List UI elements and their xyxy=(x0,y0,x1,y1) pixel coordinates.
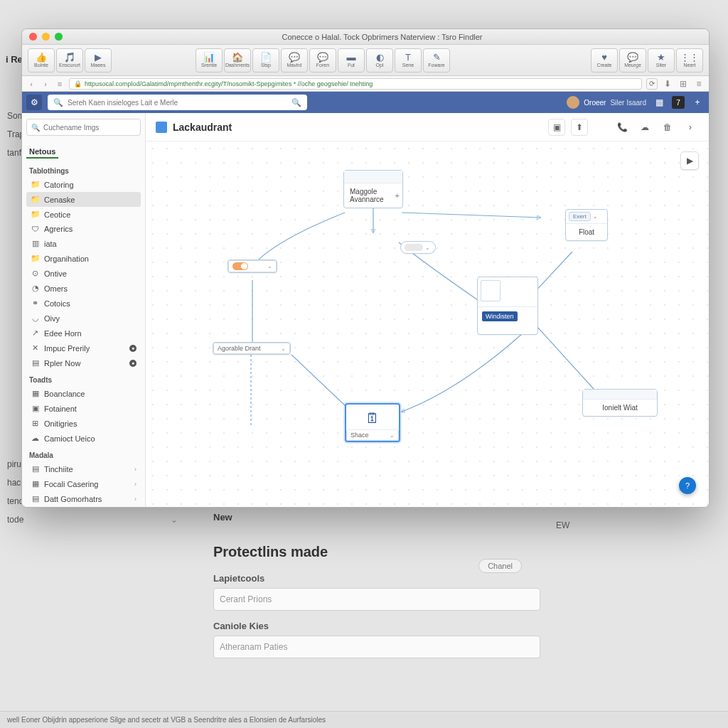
sidebar-item[interactable]: ▤Rpler Now● xyxy=(26,355,141,370)
chevron-down-icon[interactable]: ⌄ xyxy=(281,346,286,352)
chevron-right-icon[interactable]: › xyxy=(134,481,136,488)
search-submit-icon[interactable]: 🔍 xyxy=(291,98,301,107)
node-toggle[interactable]: ⌄ xyxy=(228,259,277,273)
toolbar-button[interactable]: 🏠Dashrrents xyxy=(224,48,251,73)
chevron-right-icon[interactable]: › xyxy=(134,466,136,473)
notification-badge[interactable]: 7 xyxy=(672,96,685,109)
sidebar-item[interactable]: ✕Impuc Prerily● xyxy=(26,341,141,355)
panel-button[interactable]: ▣ xyxy=(548,119,565,136)
sidebar-item[interactable]: 📁Organihation xyxy=(26,251,141,266)
sidebar-item[interactable]: 📁Ceotice xyxy=(26,207,141,222)
node-ionielt[interactable]: Ionielt Wiat xyxy=(582,389,658,417)
sidebar-search-input[interactable] xyxy=(43,124,136,132)
toolbar-button[interactable]: ▶Maees xyxy=(85,48,112,73)
toolbar-button[interactable]: 💬Meurge xyxy=(619,48,646,73)
sidebar-item[interactable]: ▦Boanclance xyxy=(26,386,141,401)
toolbar-button[interactable]: 💬Mavird xyxy=(281,48,308,73)
plus-icon[interactable]: + xyxy=(395,191,400,200)
menu-icon[interactable]: ≡ xyxy=(55,80,65,88)
sidebar-item[interactable]: ⚭Cotoics xyxy=(26,296,141,311)
trash-icon[interactable]: 🗑 xyxy=(659,119,676,136)
zoom-icon[interactable] xyxy=(55,33,63,41)
bg-row1-input[interactable]: Cerant Prions xyxy=(213,588,540,611)
toolbar-label: Mavird xyxy=(287,63,301,68)
node-agorable[interactable]: Agorable Drant⌄ xyxy=(213,342,291,355)
toolbar-button[interactable]: 👍Bolnte xyxy=(28,48,55,73)
titlebar[interactable]: Conecce o Halal. Tock Opbrimers Natervie… xyxy=(22,29,709,45)
sidebar-item[interactable]: ▥iata xyxy=(26,236,141,251)
toolbar-label: Enscurort xyxy=(59,63,80,68)
toolbar-label: Maees xyxy=(90,63,105,68)
toolbar-icon: ▬ xyxy=(347,53,356,63)
toolbar-button[interactable]: TSene xyxy=(395,48,422,73)
toolbar-button[interactable]: ★Siter xyxy=(648,48,675,73)
toolbar-button[interactable]: 📄Stsp xyxy=(252,48,279,73)
node-maggole[interactable]: Maggole Avannarce + xyxy=(343,170,403,208)
node-float[interactable]: Exert ⌄ Float xyxy=(565,209,608,241)
sidebar-item-icon: ▦ xyxy=(31,479,40,488)
sidebar-item[interactable]: ↗Edee Horn xyxy=(26,326,141,341)
grid-icon[interactable]: ▦ xyxy=(652,95,666,109)
play-button[interactable]: ▶ xyxy=(680,151,699,170)
sidebar-item[interactable]: ▦Focali Casering› xyxy=(26,476,141,491)
more-icon[interactable]: › xyxy=(682,119,699,136)
sidebar-item[interactable]: ▣Fotainent xyxy=(26,401,141,416)
cloud-icon[interactable]: ☁ xyxy=(636,119,653,136)
upload-button[interactable]: ⬆ xyxy=(571,119,588,136)
download-icon[interactable]: ⬇ xyxy=(662,79,673,89)
toggle-switch[interactable] xyxy=(232,262,248,270)
chevron-down-icon[interactable]: ⌄ xyxy=(593,213,598,220)
reload-button[interactable]: ⟳ xyxy=(646,78,658,90)
toolbar-button[interactable]: 📊Srentie xyxy=(196,48,223,73)
sidebar-item[interactable]: ☁Camioct Ueico xyxy=(26,431,141,446)
sidebar-item[interactable]: 📁Cenaske xyxy=(26,192,141,207)
sidebar-item[interactable]: ⊞Onitigries xyxy=(26,416,141,431)
hamburger-icon[interactable]: ≡ xyxy=(693,79,705,89)
chevron-right-icon[interactable]: › xyxy=(134,496,136,503)
help-fab[interactable]: ? xyxy=(679,477,696,494)
add-icon[interactable]: + xyxy=(690,95,705,109)
sidebar-tab-active[interactable]: Netous xyxy=(26,143,58,159)
sidebar-item[interactable]: ▣Comoritane› xyxy=(26,506,141,507)
global-search[interactable]: 🔍 🔍 xyxy=(48,95,307,110)
node-windisten[interactable]: Windisten xyxy=(477,277,538,335)
node-label: Agorable Drant xyxy=(218,345,261,352)
bg-change-button[interactable]: Chanel xyxy=(478,559,522,573)
sidebar-search[interactable]: 🔍 xyxy=(26,119,141,136)
close-icon[interactable] xyxy=(29,33,37,41)
toolbar-icon: ♥ xyxy=(601,53,607,63)
sidebar-item[interactable]: 🛡Agrerics xyxy=(26,222,141,236)
toolbar-label: Stsp xyxy=(261,63,271,68)
sidebar-item[interactable]: ▤Datt Gomorhatrs› xyxy=(26,491,141,506)
sidebar-item[interactable]: ◔Omers xyxy=(26,281,141,296)
extensions-icon[interactable]: ⊞ xyxy=(678,79,689,89)
sidebar-item[interactable]: ▤Tinchiite› xyxy=(26,461,141,476)
phone-icon[interactable]: 📞 xyxy=(614,119,631,136)
bg-row2-input[interactable]: Atheranam Paties xyxy=(213,636,540,658)
node-pill[interactable]: ⌄ xyxy=(400,241,436,254)
sidebar-item[interactable]: ◡Oivy xyxy=(26,311,141,326)
user-menu[interactable]: Oroeer Siler Isaard xyxy=(567,96,646,109)
diagram-canvas[interactable]: Maggole Avannarce + ⌄ ⌄ Agorable Drant⌄ xyxy=(146,141,709,507)
toolbar-button[interactable]: ⋮⋮Neert xyxy=(676,48,703,73)
address-field[interactable]: 🔒 httpusocal.complod/Galatimd/mpmthenthr… xyxy=(69,78,642,90)
toolbar-button[interactable]: ♥Create xyxy=(591,48,618,73)
sidebar-item[interactable]: 📁Catoring xyxy=(26,177,141,192)
minimize-icon[interactable] xyxy=(42,33,50,41)
sidebar-item[interactable]: ⊙Ontive xyxy=(26,266,141,281)
chevron-down-icon[interactable]: ⌄ xyxy=(267,263,272,269)
forward-icon[interactable]: › xyxy=(41,80,50,88)
toolbar-button[interactable]: ▬Fut xyxy=(338,48,365,73)
sidebar-item-label: Catoring xyxy=(44,181,136,189)
toolbar-button[interactable]: ◐Opl xyxy=(366,48,393,73)
chevron-down-icon[interactable]: ⌄ xyxy=(390,432,395,439)
node-shace[interactable]: 🗓 Shace⌄ xyxy=(345,403,400,442)
back-icon[interactable]: ‹ xyxy=(26,80,36,88)
toolbar-button[interactable]: 🎵Enscurort xyxy=(56,48,83,73)
node-label: Avannarce xyxy=(350,196,397,203)
global-search-input[interactable] xyxy=(68,99,287,107)
chevron-down-icon[interactable]: ⌄ xyxy=(425,245,430,251)
toolbar-button[interactable]: ✎Foware xyxy=(423,48,450,73)
toolbar-button[interactable]: 💬Foren xyxy=(309,48,336,73)
gear-icon[interactable]: ⚙ xyxy=(26,95,42,110)
